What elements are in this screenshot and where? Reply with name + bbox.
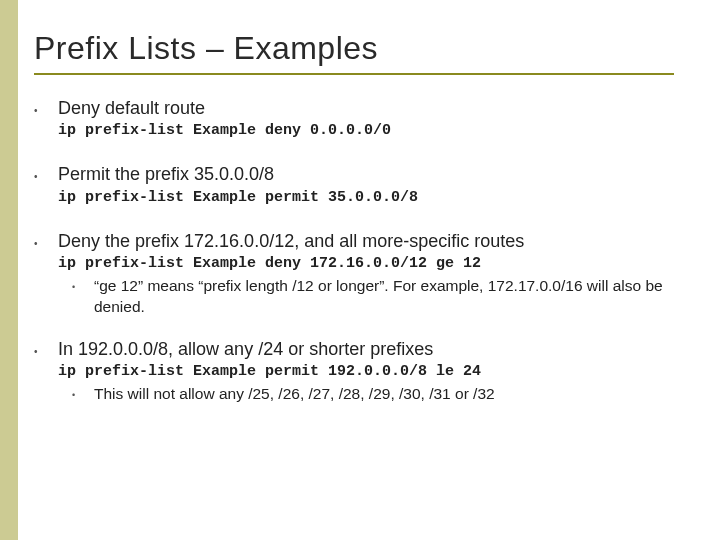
sub-item: • “ge 12” means “prefix length /12 or lo… [72,276,700,318]
bullet-icon: • [34,230,58,318]
item-heading: In 192.0.0.0/8, allow any /24 or shorter… [58,338,700,361]
item-body: Deny the prefix 172.16.0.0/12, and all m… [58,230,700,318]
sub-bullet-icon: • [72,276,94,318]
decorative-sidebar [0,0,18,540]
item-heading: Deny the prefix 172.16.0.0/12, and all m… [58,230,700,253]
sub-item: • This will not allow any /25, /26, /27,… [72,384,700,405]
item-command: ip prefix-list Example permit 192.0.0.0/… [58,363,700,380]
list-item: • Deny default route ip prefix-list Exam… [34,97,700,143]
bullet-icon: • [34,97,58,143]
list-item: • In 192.0.0.0/8, allow any /24 or short… [34,338,700,405]
item-body: Permit the prefix 35.0.0.0/8 ip prefix-l… [58,163,700,209]
bullet-icon: • [34,338,58,405]
list-item: • Deny the prefix 172.16.0.0/12, and all… [34,230,700,318]
slide-content: Prefix Lists – Examples • Deny default r… [0,0,720,445]
list-item: • Permit the prefix 35.0.0.0/8 ip prefix… [34,163,700,209]
item-heading: Deny default route [58,97,700,120]
sub-text: “ge 12” means “prefix length /12 or long… [94,276,700,318]
item-command: ip prefix-list Example permit 35.0.0.0/8 [58,189,700,206]
sub-bullet-icon: • [72,384,94,405]
item-body: Deny default route ip prefix-list Exampl… [58,97,700,143]
sub-text: This will not allow any /25, /26, /27, /… [94,384,495,405]
bullet-icon: • [34,163,58,209]
item-command: ip prefix-list Example deny 0.0.0.0/0 [58,122,700,139]
slide-title: Prefix Lists – Examples [34,30,700,67]
item-heading: Permit the prefix 35.0.0.0/8 [58,163,700,186]
item-command: ip prefix-list Example deny 172.16.0.0/1… [58,255,700,272]
item-body: In 192.0.0.0/8, allow any /24 or shorter… [58,338,700,405]
title-underline [34,73,674,75]
